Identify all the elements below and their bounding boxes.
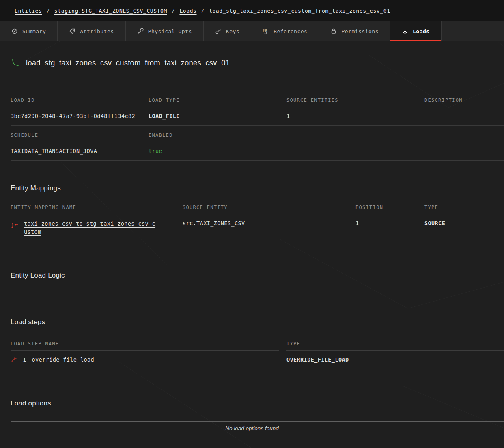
load-step-name: override_file_load	[32, 356, 95, 363]
tab-keys[interactable]: Keys	[204, 21, 251, 41]
load-step-position: 1	[23, 356, 26, 363]
source-entity-link[interactable]: src.TAXI_ZONES_CSV	[183, 220, 245, 226]
column-header: LOAD TYPE	[149, 91, 279, 107]
column-header: SOURCE ENTITY	[183, 198, 348, 214]
entity-mappings-table: ENTITY MAPPING NAME SOURCE ENTITY POSITI…	[11, 198, 504, 242]
load-id-value: 3bc7d290-2048-47a7-93bf-0d48ff134c82	[11, 107, 149, 125]
entity-load-logic-heading: Entity Load Logic	[11, 271, 504, 280]
svg-text:}: }	[11, 222, 14, 228]
column-header: ENTITY MAPPING NAME	[11, 198, 175, 214]
tab-physical-opts[interactable]: Physical Opts	[126, 21, 204, 41]
tab-attributes[interactable]: Attributes	[58, 21, 125, 41]
table-row: 1 override_file_load OVERRIDE_FILE_LOAD	[11, 351, 504, 369]
divider	[11, 293, 504, 293]
schedule-link[interactable]: TAXIDATA_TRANSACTION_JOVA	[11, 148, 97, 154]
tab-bar: Summary Attributes Physical Opts	[0, 21, 504, 41]
breadcrumb-entity[interactable]: staging.STG_TAXI_ZONES_CSV_CUSTOM	[54, 8, 167, 14]
breadcrumb-entities[interactable]: Entities	[15, 8, 42, 14]
load-details-value-row-1: 3bc7d290-2048-47a7-93bf-0d48ff134c82 LOA…	[11, 107, 504, 126]
tab-label: Attributes	[80, 28, 114, 34]
column-header: SOURCE ENTITIES	[286, 91, 417, 107]
tab-references[interactable]: FK References	[251, 21, 319, 41]
load-arrow-icon	[11, 58, 20, 67]
entity-mapping-name-link[interactable]: taxi_zones_csv_to_stg_taxi_zones_csv_cus…	[24, 220, 158, 236]
enabled-value: true	[149, 142, 286, 160]
column-header: LOAD ID	[11, 91, 141, 107]
tab-label: References	[274, 28, 307, 34]
page-header: load_stg_taxi_zones_csv_custom_from_taxi…	[11, 58, 504, 67]
load-options-empty-message: No load options found	[11, 425, 493, 431]
load-options-heading: Load options	[11, 399, 504, 407]
page-title: load_stg_taxi_zones_csv_custom_from_taxi…	[26, 58, 230, 67]
load-step-icon	[11, 356, 17, 363]
tab-permissions[interactable]: Permissions	[319, 21, 390, 41]
entity-mappings-heading: Entity Mappings	[11, 184, 504, 192]
breadcrumb: Entities / staging.STG_TAXI_ZONES_CSV_CU…	[0, 0, 504, 21]
column-header: POSITION	[355, 198, 417, 214]
keys-icon	[215, 28, 222, 34]
tab-label: Summary	[22, 28, 46, 34]
column-header: DESCRIPTION	[424, 91, 504, 107]
column-header: ENABLED	[149, 126, 279, 142]
tab-label: Keys	[226, 28, 239, 34]
tab-summary[interactable]: Summary	[0, 21, 58, 41]
column-header: SCHEDULE	[11, 126, 141, 142]
load-step-type-value: OVERRIDE_FILE_LOAD	[286, 351, 504, 369]
load-details-value-row-2: TAXIDATA_TRANSACTION_JOVA true	[11, 142, 504, 161]
svg-text:FK: FK	[263, 28, 268, 32]
load-details-table: LOAD ID LOAD TYPE SOURCE ENTITIES DESCRI…	[11, 91, 504, 161]
load-steps-header-row: LOAD STEP NAME TYPE	[11, 334, 504, 351]
source-entities-value: 1	[286, 107, 424, 125]
entity-mappings-header-row: ENTITY MAPPING NAME SOURCE ENTITY POSITI…	[11, 198, 504, 214]
breadcrumb-separator: /	[201, 8, 205, 14]
tab-label: Loads	[413, 28, 430, 34]
breadcrumb-loads[interactable]: Loads	[179, 8, 196, 14]
tab-loads[interactable]: Loads	[390, 21, 442, 41]
column-header: LOAD STEP NAME	[11, 334, 279, 351]
description-value	[424, 107, 504, 125]
load-details-header-row-1: LOAD ID LOAD TYPE SOURCE ENTITIES DESCRI…	[11, 91, 504, 107]
breadcrumb-separator: /	[46, 8, 50, 14]
table-row: } taxi_zones_csv_to_stg_taxi_zones_csv_c…	[11, 214, 504, 242]
position-value: 1	[355, 214, 424, 242]
load-steps-heading: Load steps	[11, 318, 504, 326]
breadcrumb-current: load_stg_taxi_zones_csv_custom_from_taxi…	[209, 8, 390, 14]
tab-label: Physical Opts	[148, 28, 192, 34]
summary-icon	[11, 28, 18, 34]
tab-label: Permissions	[341, 28, 379, 34]
references-icon: FK	[263, 28, 269, 34]
load-type-value: LOAD_FILE	[149, 107, 286, 125]
permissions-icon	[330, 28, 337, 34]
mapping-type-value: SOURCE	[424, 214, 504, 242]
column-header: TYPE	[424, 198, 504, 214]
load-details-header-row-2: SCHEDULE ENABLED	[11, 126, 504, 142]
attributes-icon	[69, 28, 75, 34]
column-header: TYPE	[286, 334, 504, 351]
physical-opts-icon	[137, 28, 144, 34]
breadcrumb-separator: /	[172, 8, 175, 14]
entity-mapping-icon: }	[11, 222, 19, 228]
load-detail-page: load_stg_taxi_zones_csv_custom_from_taxi…	[0, 58, 504, 431]
load-steps-table: LOAD STEP NAME TYPE 1 override_file_load…	[11, 334, 504, 369]
divider	[11, 421, 504, 422]
loads-icon	[402, 28, 408, 34]
